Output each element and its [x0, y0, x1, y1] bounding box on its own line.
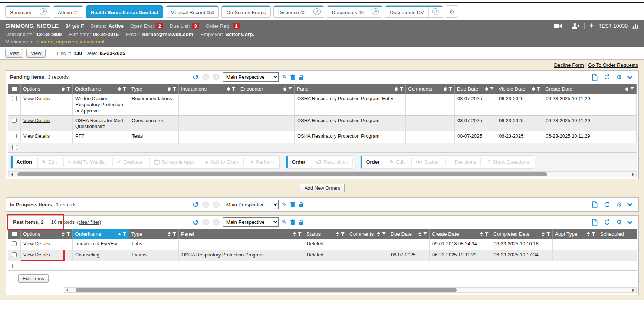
- scroll-left-arrow[interactable]: [64, 289, 70, 292]
- filter-funnel-icon[interactable]: [448, 87, 452, 91]
- sort-icon[interactable]: [293, 232, 296, 236]
- lock-perspective-icon[interactable]: [299, 219, 304, 225]
- add-to-waitlist-button[interactable]: +Add To Waitlist: [63, 157, 110, 167]
- decline-form-link[interactable]: Decline Form: [554, 62, 584, 68]
- delete-perspective-icon[interactable]: [290, 219, 295, 225]
- row-checkbox[interactable]: [12, 145, 17, 150]
- col-completed-date[interactable]: Completed Date: [491, 229, 553, 239]
- sort-icon[interactable]: [587, 232, 590, 236]
- sort-asc-icon[interactable]: [118, 233, 121, 235]
- lock-perspective-icon[interactable]: [299, 202, 304, 207]
- filter-funnel-icon[interactable]: [172, 87, 176, 91]
- panel-settings-gear-icon[interactable]: ⚙: [617, 219, 622, 226]
- sort-icon[interactable]: [532, 87, 535, 91]
- col-due-date[interactable]: Due Date: [455, 84, 496, 94]
- filter-funnel-icon[interactable]: [232, 87, 236, 91]
- header-select-all[interactable]: [8, 229, 21, 239]
- report-page-icon[interactable]: [592, 201, 598, 208]
- lightning-icon[interactable]: [589, 23, 594, 29]
- tab-summary[interactable]: Summary ↗: [5, 5, 50, 18]
- sort-icon[interactable]: [168, 232, 171, 236]
- filter-funnel-icon[interactable]: [382, 232, 386, 236]
- next-perspective-icon[interactable]: ›: [213, 201, 220, 208]
- filter-funnel-icon[interactable]: [546, 232, 550, 236]
- delete-perspective-icon[interactable]: [290, 202, 295, 207]
- col-instructions[interactable]: Instructions: [179, 84, 238, 94]
- report-page-icon[interactable]: [592, 74, 598, 81]
- row-checkbox[interactable]: [12, 241, 17, 246]
- evaluate-button[interactable]: ✔Evaluate: [112, 157, 147, 167]
- pending-horizontal-scrollbar[interactable]: [8, 171, 637, 177]
- sort-icon[interactable]: [418, 232, 421, 236]
- filter-funnel-icon[interactable]: [288, 87, 292, 91]
- order-req-badge[interactable]: 1: [233, 23, 240, 29]
- sort-icon[interactable]: [444, 87, 447, 91]
- sort-icon[interactable]: [395, 87, 398, 91]
- view-details-link[interactable]: View Details: [23, 241, 50, 246]
- tab-documents[interactable]: Documents(8) ↗: [327, 5, 382, 18]
- filter-funnel-icon[interactable]: [66, 87, 70, 91]
- sort-icon[interactable]: [62, 232, 65, 236]
- undo-icon[interactable]: ↺: [193, 73, 199, 81]
- add-to-exam-button[interactable]: Add to Exam: [201, 157, 244, 167]
- lock-perspective-icon[interactable]: [299, 74, 304, 80]
- row-checkbox[interactable]: [12, 252, 17, 257]
- prev-perspective-icon[interactable]: ‹: [202, 219, 209, 226]
- filter-funnel-icon[interactable]: [298, 232, 302, 236]
- sort-icon[interactable]: [377, 232, 380, 236]
- report-page-icon[interactable]: [592, 219, 598, 226]
- in-progress-perspective-select[interactable]: Main Perspective: [223, 200, 279, 209]
- view-button[interactable]: View: [26, 49, 46, 58]
- col-status[interactable]: Status: [304, 229, 347, 239]
- col-panel[interactable]: Panel: [295, 84, 406, 94]
- sort-icon[interactable]: [625, 87, 628, 91]
- col-due-date[interactable]: Due Date: [388, 229, 430, 239]
- col-visible-date[interactable]: Visible Date: [496, 84, 543, 94]
- sort-icon[interactable]: [118, 87, 121, 91]
- delete-perspective-icon[interactable]: [290, 74, 295, 80]
- past-perspective-select[interactable]: Main Perspective: [223, 217, 279, 227]
- filter-funnel-icon[interactable]: [341, 232, 345, 236]
- panel-settings-gear-icon[interactable]: ⚙: [617, 201, 622, 208]
- view-details-link[interactable]: View Details: [23, 96, 50, 101]
- refresh-icon[interactable]: [604, 202, 610, 208]
- open-enc-badge[interactable]: 2: [156, 23, 163, 29]
- tab-settings-button[interactable]: ⚙: [446, 5, 458, 18]
- add-new-orders-button[interactable]: Add New Orders: [300, 184, 345, 192]
- col-panel[interactable]: Panel: [179, 229, 304, 239]
- edit-perspective-icon[interactable]: ✎: [282, 219, 287, 226]
- scroll-left-arrow[interactable]: [9, 173, 14, 176]
- col-create-date[interactable]: Create Date: [543, 84, 637, 94]
- col-appt-type[interactable]: Appt Type: [553, 229, 598, 239]
- filter-funnel-icon[interactable]: [66, 232, 70, 236]
- panel-settings-gear-icon[interactable]: ⚙: [617, 73, 622, 81]
- filter-funnel-icon[interactable]: [485, 232, 489, 236]
- sort-icon[interactable]: [283, 87, 286, 91]
- requisition-button[interactable]: Requisition: [311, 157, 353, 167]
- prev-perspective-icon[interactable]: ‹: [202, 73, 209, 81]
- add-person-icon[interactable]: [572, 23, 579, 29]
- col-create-date[interactable]: Create Date: [430, 229, 491, 239]
- col-encounter[interactable]: Encounter: [238, 84, 295, 94]
- filter-funnel-icon[interactable]: [537, 87, 540, 91]
- pending-perspective-select[interactable]: Main Perspective: [223, 72, 279, 82]
- filter-funnel-icon[interactable]: [423, 232, 427, 236]
- clear-filter-link[interactable]: (clear filter): [77, 219, 101, 225]
- undo-icon[interactable]: ↺: [193, 201, 199, 208]
- filter-funnel-icon[interactable]: [123, 87, 126, 91]
- next-perspective-icon[interactable]: ›: [213, 73, 220, 81]
- col-options[interactable]: Options: [21, 84, 73, 94]
- header-select-all[interactable]: [8, 84, 21, 94]
- view-details-link[interactable]: View Details: [23, 252, 50, 258]
- sort-icon[interactable]: [62, 87, 65, 91]
- undo-icon[interactable]: ↺: [193, 219, 199, 226]
- collapse-chevron-icon[interactable]: [627, 201, 632, 206]
- order-edit-button[interactable]: ✎Edit: [385, 157, 409, 167]
- col-type[interactable]: Type: [129, 229, 179, 239]
- video-camera-icon[interactable]: [554, 23, 562, 29]
- tab-documents-dv[interactable]: Documents-DV ↗: [385, 5, 443, 18]
- tab-medical-record[interactable]: Medical Record(12): [166, 5, 219, 18]
- flowsheet-chart-icon[interactable]: [632, 23, 639, 29]
- view-details-link[interactable]: View Details: [23, 133, 50, 139]
- view-details-link[interactable]: View Details: [23, 118, 50, 123]
